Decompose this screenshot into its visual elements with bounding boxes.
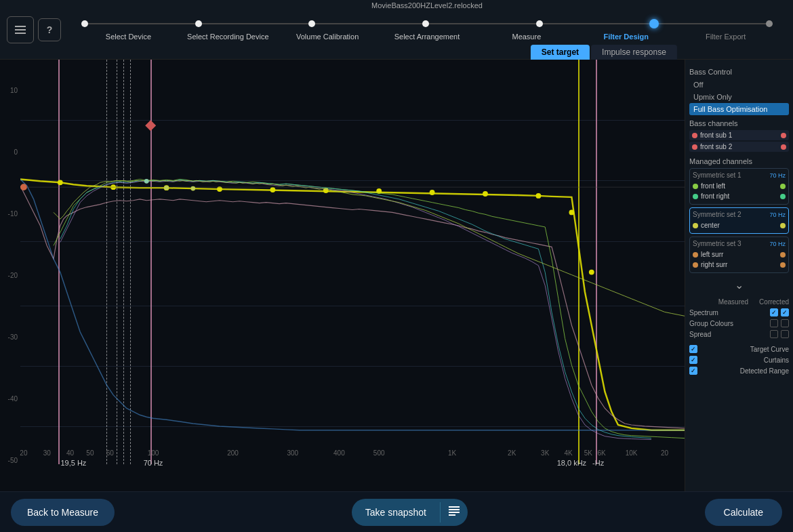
cb-spectrum-corrected[interactable]	[781, 308, 789, 316]
progress-labels: Select Device Select Recording Device Vo…	[75, 28, 779, 41]
cb-row-group-colours: Group Colours	[689, 318, 789, 329]
cb-spread-measured[interactable]	[770, 330, 778, 338]
snapshot-list-icon-button[interactable]	[441, 501, 468, 523]
freq-marker-19hz: 19,5 Hz	[60, 459, 86, 467]
cb-label-curtains: Curtains	[764, 356, 789, 364]
cb-curtains[interactable]	[689, 356, 697, 364]
green-spectrum	[54, 179, 685, 438]
step-dot-2[interactable]	[195, 20, 202, 27]
channel-group-2-title: Symmetric set 2 70 Hz	[693, 211, 786, 218]
y-label-minus40: -40	[8, 395, 18, 403]
cb-row-spectrum: Spectrum	[689, 307, 789, 318]
yellow-dot-5	[270, 187, 275, 192]
channel-group-1-hz: 70 Hz	[769, 172, 786, 179]
xtick-40: 40	[66, 449, 74, 457]
cb-spectrum-measured[interactable]	[770, 308, 778, 316]
step-label-4[interactable]: Select Arrangement	[378, 33, 477, 41]
channel-front-left: front left	[693, 181, 786, 191]
step-dot-3[interactable]	[308, 20, 315, 27]
step-label-2[interactable]: Select Recording Device	[178, 33, 278, 41]
chevron-down-button[interactable]: ⌄	[735, 279, 744, 291]
subtab-set-target[interactable]: Set target	[531, 45, 590, 60]
spectrum-dot-1	[164, 186, 169, 190]
help-button[interactable]: ?	[38, 18, 61, 41]
step-label-5[interactable]: Measure	[476, 33, 576, 41]
bass-option-full[interactable]: Full Bass Optimisation	[689, 103, 789, 115]
step-dot-6[interactable]	[649, 19, 659, 28]
cb-row-detected-range: Detected Range	[689, 365, 789, 376]
xtick-1k: 1K	[448, 449, 456, 457]
bass-ch-2-dot-r	[781, 144, 786, 150]
bass-option-off[interactable]: Off	[689, 79, 789, 91]
cb-pair-spectrum	[770, 308, 789, 316]
pink-spectrum	[20, 186, 685, 428]
step-label-1[interactable]: Select Device	[79, 33, 178, 41]
y-label-10top: 10	[10, 87, 18, 94]
step-dot-7[interactable]	[766, 20, 773, 27]
xtick-6k: 6K	[597, 449, 605, 457]
chart-svg	[20, 60, 685, 458]
bass-ch-1: front sub 1	[689, 130, 789, 140]
xtick-500: 500	[373, 449, 385, 457]
y-axis: 10 0 -10 -20 -30 -40 -50	[0, 60, 20, 491]
spectrum-dot-2	[190, 186, 195, 191]
xtick-10k: 10K	[626, 449, 638, 457]
xtick-50: 50	[86, 449, 94, 457]
take-snapshot-button[interactable]: Take snapshot	[352, 499, 440, 526]
ch-right-surr-dot-r	[780, 262, 786, 268]
ch-front-left-name: front left	[701, 182, 777, 190]
bottom-bar: Back to Measure Take snapshot Calculate	[0, 491, 793, 532]
channel-group-2[interactable]: Symmetric set 2 70 Hz center	[689, 207, 789, 234]
channel-group-1-label: Symmetric set 1	[693, 171, 741, 179]
back-to-measure-button[interactable]: Back to Measure	[11, 499, 115, 526]
xtick-60: 60	[106, 449, 114, 457]
right-panel: Bass Control Off Upmix Only Full Bass Op…	[685, 60, 793, 491]
bass-ch-1-dot-r	[781, 133, 786, 138]
channel-group-3-title: Symmetric set 3 70 Hz	[693, 240, 786, 247]
cb-spread-corrected[interactable]	[781, 330, 789, 338]
subtab-impulse-response[interactable]: Impulse response	[591, 45, 677, 60]
step-dot-1[interactable]	[81, 20, 88, 27]
step-dot-5[interactable]	[536, 20, 543, 27]
xtick-4k: 4K	[564, 449, 572, 457]
main-area: 10 0 -10 -20 -30 -40 -50	[0, 60, 793, 491]
list-icon	[449, 506, 460, 516]
y-label-minus20: -20	[8, 272, 18, 279]
calculate-button[interactable]: Calculate	[705, 499, 782, 526]
xtick-200: 200	[227, 449, 239, 457]
cb-label-target-curve: Target Curve	[750, 346, 789, 353]
managed-channels-title: Managed channels	[689, 157, 789, 165]
channel-group-1[interactable]: Symmetric set 1 70 Hz front left front r…	[689, 168, 789, 205]
channel-group-3[interactable]: Symmetric set 3 70 Hz left surr right su…	[689, 237, 789, 273]
ch-left-surr-name: left surr	[701, 251, 777, 258]
progress-track: MovieBass200HZLevel2.relocked Select Dev…	[61, 0, 793, 60]
bass-ch-1-dot-l	[692, 133, 697, 138]
cb-row-spread: Spread	[689, 329, 789, 340]
step-label-3[interactable]: Volume Calibration	[278, 33, 378, 41]
cb-pair-group-colours	[770, 319, 789, 327]
cb-group-colours-measured[interactable]	[770, 319, 778, 327]
step-dot-4[interactable]	[422, 20, 429, 27]
ch-center-dot-l	[693, 223, 698, 228]
y-label-0top: 0	[14, 148, 18, 156]
cb-group-colours-corrected[interactable]	[781, 319, 789, 327]
bass-option-upmix[interactable]: Upmix Only	[689, 91, 789, 103]
blue-bass-curve	[20, 179, 685, 430]
freq-marker-hz: -Hz	[592, 459, 604, 467]
step-label-6[interactable]: Filter Design	[576, 33, 676, 41]
ch-right-surr-name: right surr	[701, 261, 777, 268]
cb-label-detected-range: Detected Range	[740, 367, 789, 375]
step-label-7[interactable]: Filter Export	[676, 33, 775, 41]
channel-group-2-label: Symmetric set 2	[693, 211, 741, 218]
top-bar: ? MovieBass200HZLevel2.relocked Select D…	[0, 0, 793, 60]
purple-spectrum	[60, 180, 651, 439]
freq-marker-70hz: 70 Hz	[144, 459, 163, 467]
cb-detected-range[interactable]	[689, 367, 697, 375]
cb-target-curve[interactable]	[689, 345, 697, 353]
cb-headers: Measured Corrected	[689, 297, 789, 307]
xtick-30: 30	[43, 449, 51, 457]
menu-button[interactable]	[7, 16, 34, 43]
freq-marker-18khz: 18,0 kHz	[557, 459, 586, 467]
yellow-dot-12	[589, 270, 594, 275]
spectrum-dot-3	[144, 179, 149, 184]
